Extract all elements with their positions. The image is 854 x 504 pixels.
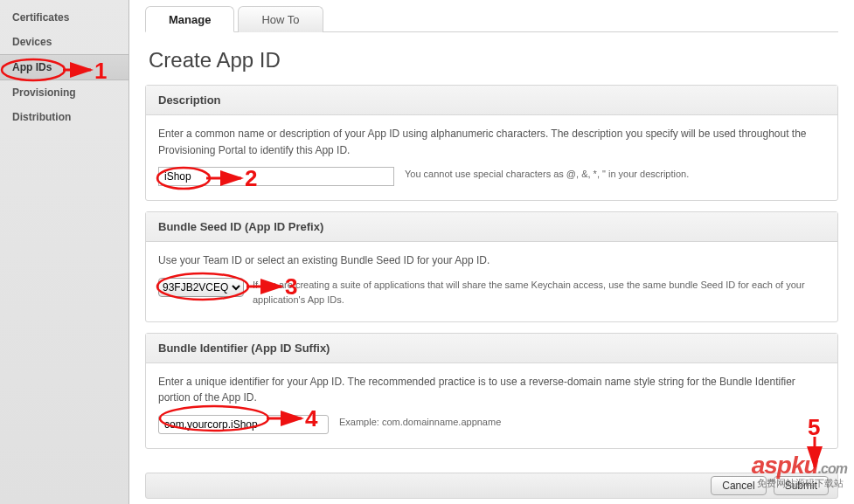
- bundle-identifier-input[interactable]: [158, 415, 329, 434]
- section-description-header: Description: [146, 86, 837, 115]
- page-title: Create App ID: [149, 48, 835, 72]
- description-hint: You cannot use special characters as @, …: [405, 167, 689, 182]
- bundle-seed-select[interactable]: 93FJB2VCEQ: [158, 278, 244, 297]
- sidebar-item-distribution[interactable]: Distribution: [0, 105, 128, 129]
- section-bundle-identifier: Bundle Identifier (App ID Suffix) Enter …: [145, 333, 838, 449]
- section-bundle-identifier-body: Enter a unique identifier for your App I…: [158, 374, 825, 406]
- section-description: Description Enter a common name or descr…: [145, 85, 838, 201]
- section-bundle-seed-header: Bundle Seed ID (App ID Prefix): [146, 212, 837, 242]
- watermark-sub: 免费网站源码下载站: [757, 477, 844, 490]
- watermark-logo: aspku.com: [752, 452, 847, 480]
- section-bundle-seed-body: Use your Team ID or select an existing B…: [158, 252, 825, 269]
- sidebar-item-provisioning[interactable]: Provisioning: [0, 80, 128, 105]
- bundle-seed-hint: If you are creating a suite of applicati…: [253, 278, 825, 307]
- sidebar-item-devices[interactable]: Devices: [0, 30, 128, 54]
- section-description-body: Enter a common name or description of yo…: [158, 126, 825, 158]
- tab-manage[interactable]: Manage: [145, 6, 234, 32]
- tabs: Manage How To: [145, 5, 838, 32]
- sidebar-item-certificates[interactable]: Certificates: [0, 5, 128, 30]
- bundle-identifier-example: Example: com.domainname.appname: [339, 415, 501, 430]
- section-bundle-identifier-header: Bundle Identifier (App ID Suffix): [146, 334, 837, 363]
- sidebar-item-app-ids[interactable]: App IDs: [0, 54, 128, 80]
- tab-how-to[interactable]: How To: [238, 6, 323, 32]
- section-bundle-seed: Bundle Seed ID (App ID Prefix) Use your …: [145, 211, 838, 322]
- footer-bar: Cancel Submit: [145, 473, 838, 499]
- main-content: Manage How To Create App ID Description …: [129, 0, 854, 504]
- description-input[interactable]: [158, 167, 394, 186]
- sidebar: Certificates Devices App IDs Provisionin…: [0, 0, 129, 504]
